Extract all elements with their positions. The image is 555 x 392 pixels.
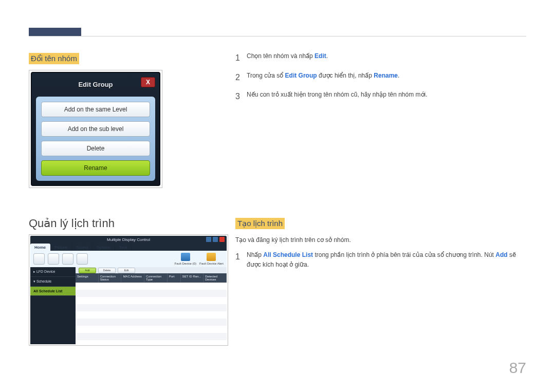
heading-rename-group: Đổi tên nhóm — [29, 53, 79, 64]
step-number: 3 — [235, 90, 247, 103]
fault-alert-indicator[interactable]: Fault Device Alert — [199, 253, 224, 265]
col-header[interactable]: SET ID Ran... — [181, 273, 204, 283]
add-sub-level-button[interactable]: Add on the sub level — [41, 121, 150, 137]
fault-device-indicator[interactable]: Fault Device (0) — [175, 253, 196, 265]
ribbon-tool-icon[interactable] — [62, 253, 73, 265]
add-button[interactable]: Add — [79, 268, 96, 273]
page-number: 87 — [509, 359, 526, 377]
step-text: Nếu con trỏ xuất hiện trong tên nhóm cũ,… — [247, 90, 428, 103]
create-schedule-description: Tạo và đăng ký lịch trình trên cơ sở nhó… — [235, 235, 526, 245]
step-row: 1 Nhấp All Schedule List trong phần lịch… — [235, 250, 526, 270]
col-header[interactable]: MAC Address — [121, 273, 144, 283]
tab-home[interactable]: Home — [30, 244, 50, 251]
toolbar-button[interactable]: Delete — [98, 268, 116, 273]
step-row: 1 Chọn tên nhóm và nhấp Edit. — [235, 51, 526, 65]
sidebar-item-lfd[interactable]: ▸ LFD Device — [30, 267, 76, 277]
delete-button[interactable]: Delete — [41, 141, 150, 156]
sidebar-item-schedule[interactable]: ▾ Schedule — [30, 277, 76, 287]
sidebar-item-all-schedule[interactable]: All Schedule List — [30, 287, 76, 296]
tab-sound[interactable]: Sound — [72, 244, 92, 251]
step-number: 2 — [235, 71, 247, 84]
rename-button[interactable]: Rename — [41, 160, 150, 176]
ribbon-tabs: Home Picture Sound System Tool — [30, 244, 227, 251]
heading-schedule-management: Quản lý lịch trình — [29, 217, 115, 230]
dialog-title: Edit Group — [78, 81, 113, 88]
step-text: Chọn tên nhóm và nhấp Edit. — [247, 51, 328, 65]
col-header[interactable]: Detected Devices — [203, 273, 227, 283]
step-text: Nhấp All Schedule List trong phần lịch t… — [247, 250, 526, 270]
header-rule — [29, 36, 526, 36]
step-number: 1 — [235, 250, 247, 270]
tab-picture[interactable]: Picture — [50, 244, 72, 251]
col-header[interactable]: Connection Status — [99, 273, 122, 283]
figure-schedule-window: Multiple Display Control Home Picture So… — [29, 234, 228, 346]
maximize-icon[interactable] — [213, 237, 218, 242]
add-same-level-button[interactable]: Add on the same Level — [41, 102, 150, 117]
col-header[interactable]: Connection Type — [144, 273, 168, 283]
close-icon[interactable] — [219, 237, 225, 242]
col-header[interactable]: Port — [168, 273, 181, 283]
close-icon[interactable]: X — [141, 77, 155, 87]
ribbon-tool-icon[interactable] — [77, 253, 88, 265]
step-text: Trong cửa sổ Edit Group được hiển thị, n… — [247, 71, 399, 84]
sidebar: ▸ LFD Device ▾ Schedule All Schedule Lis… — [30, 267, 76, 344]
window-title-bar: Multiple Display Control — [30, 236, 227, 244]
schedule-table: Settings Connection Status MAC Address C… — [76, 273, 227, 344]
header-accent-bar — [29, 28, 81, 36]
step-row: 2 Trong cửa sổ Edit Group được hiển thị,… — [235, 71, 526, 84]
toolbar-button[interactable]: Edit — [118, 268, 135, 273]
step-number: 1 — [235, 51, 247, 65]
figure-edit-group: Edit Group X Add on the same Level Add o… — [29, 70, 162, 188]
minimize-icon[interactable] — [206, 237, 211, 242]
tab-system[interactable]: System — [92, 244, 115, 251]
heading-create-schedule: Tạo lịch trình — [235, 218, 285, 229]
col-header[interactable]: Settings — [76, 273, 99, 283]
step-row: 3 Nếu con trỏ xuất hiện trong tên nhóm c… — [235, 90, 526, 103]
ribbon-tool-icon[interactable] — [33, 253, 45, 265]
tab-tool[interactable]: Tool — [115, 244, 132, 251]
ribbon-tool-icon[interactable] — [48, 253, 59, 265]
